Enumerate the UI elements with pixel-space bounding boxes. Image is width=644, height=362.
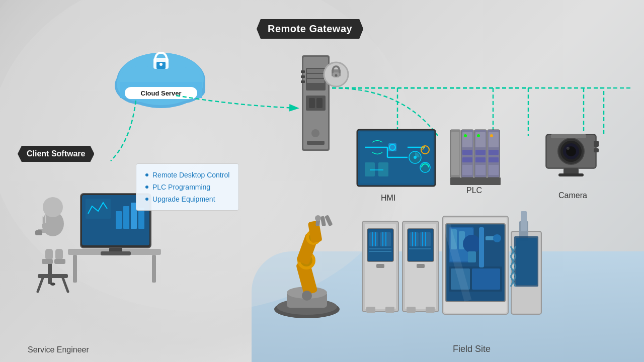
- svg-rect-173: [68, 249, 161, 255]
- svg-rect-140: [451, 268, 470, 290]
- svg-line-162: [38, 278, 43, 292]
- svg-rect-56: [462, 157, 472, 162]
- svg-rect-95: [315, 217, 320, 227]
- svg-rect-150: [514, 236, 538, 287]
- svg-line-158: [511, 277, 516, 287]
- svg-rect-37: [360, 132, 433, 184]
- svg-rect-72: [546, 134, 596, 168]
- feature-bullet-1: [145, 173, 148, 176]
- svg-rect-29: [316, 98, 323, 108]
- svg-rect-136: [459, 231, 465, 249]
- svg-rect-97: [325, 215, 333, 226]
- svg-point-93: [309, 233, 318, 242]
- svg-rect-25: [307, 74, 325, 78]
- svg-rect-47: [378, 162, 388, 176]
- svg-rect-22: [301, 80, 305, 83]
- svg-point-1: [117, 53, 205, 108]
- svg-rect-28: [309, 98, 315, 108]
- svg-rect-160: [48, 259, 52, 284]
- svg-rect-139: [449, 266, 502, 292]
- svg-rect-61: [475, 157, 486, 162]
- svg-rect-118: [409, 230, 433, 260]
- service-engineer-label: Service Engineer: [28, 345, 89, 354]
- svg-rect-126: [417, 264, 425, 268]
- svg-point-44: [409, 151, 421, 163]
- svg-rect-104: [369, 232, 378, 246]
- svg-rect-33: [332, 69, 341, 76]
- svg-line-154: [511, 256, 516, 266]
- svg-rect-119: [410, 232, 419, 246]
- svg-point-98: [315, 215, 321, 221]
- svg-point-6: [117, 66, 167, 102]
- svg-point-89: [297, 251, 315, 269]
- svg-point-49: [420, 162, 430, 172]
- svg-rect-36: [357, 130, 435, 186]
- svg-rect-58: [474, 130, 487, 177]
- svg-point-32: [324, 62, 348, 86]
- svg-rect-170: [55, 249, 63, 260]
- svg-point-166: [43, 197, 63, 217]
- svg-rect-9: [153, 58, 169, 69]
- svg-rect-161: [38, 274, 68, 278]
- svg-line-153: [511, 246, 516, 256]
- svg-point-84: [274, 300, 340, 318]
- svg-rect-182: [138, 208, 144, 229]
- svg-rect-115: [403, 221, 439, 312]
- svg-line-155: [511, 256, 516, 266]
- svg-rect-57: [462, 165, 472, 175]
- svg-rect-24: [307, 69, 325, 73]
- svg-rect-23: [306, 68, 326, 90]
- svg-rect-18: [302, 55, 330, 151]
- main-content: Cloud Server: [0, 0, 644, 362]
- svg-rect-117: [408, 229, 434, 261]
- svg-rect-27: [306, 96, 326, 111]
- feature-item-1: Remote Desktop Control: [145, 169, 229, 181]
- svg-rect-65: [489, 150, 499, 155]
- svg-rect-169: [45, 249, 53, 260]
- svg-rect-8: [120, 82, 202, 98]
- svg-rect-175: [152, 255, 156, 283]
- svg-point-90: [300, 254, 312, 266]
- svg-rect-20: [301, 70, 305, 73]
- svg-line-156: [511, 266, 516, 277]
- svg-rect-167: [38, 229, 48, 233]
- svg-rect-64: [489, 132, 499, 147]
- svg-rect-19: [303, 57, 328, 149]
- svg-line-152: [511, 246, 516, 256]
- feature-bullet-3: [145, 198, 148, 201]
- svg-rect-178: [86, 199, 111, 219]
- svg-rect-12: [125, 87, 197, 99]
- svg-rect-55: [462, 150, 472, 155]
- hmi-label: HMI: [381, 194, 395, 203]
- svg-line-145: [447, 225, 468, 301]
- svg-rect-81: [594, 148, 599, 152]
- svg-rect-130: [444, 218, 507, 313]
- svg-rect-174: [73, 255, 77, 283]
- svg-rect-96: [320, 216, 326, 226]
- remote-gateway-label: Remote Gateway: [257, 19, 363, 39]
- svg-rect-138: [468, 251, 476, 262]
- svg-rect-73: [547, 135, 595, 167]
- svg-rect-68: [450, 177, 501, 185]
- svg-point-71: [490, 134, 493, 137]
- svg-point-76: [563, 143, 579, 159]
- svg-point-43: [389, 144, 395, 150]
- svg-rect-103: [368, 230, 392, 260]
- svg-rect-66: [489, 157, 499, 162]
- svg-point-77: [566, 146, 576, 156]
- svg-line-157: [511, 266, 516, 277]
- svg-point-5: [118, 53, 204, 105]
- feature-item-3: Upgrade Equipment: [145, 193, 229, 205]
- svg-rect-147: [512, 232, 540, 313]
- svg-point-45: [414, 156, 417, 159]
- feature-box: Remote Desktop Control PLC Programming U…: [136, 163, 239, 211]
- svg-point-50: [421, 146, 429, 154]
- svg-point-2: [115, 66, 167, 105]
- svg-rect-102: [367, 229, 393, 261]
- svg-point-78: [567, 147, 570, 150]
- svg-point-164: [50, 283, 55, 286]
- plc-label: PLC: [466, 186, 482, 195]
- svg-rect-46: [365, 162, 375, 176]
- client-software-label: Client Software: [18, 146, 94, 162]
- svg-rect-168: [35, 230, 42, 235]
